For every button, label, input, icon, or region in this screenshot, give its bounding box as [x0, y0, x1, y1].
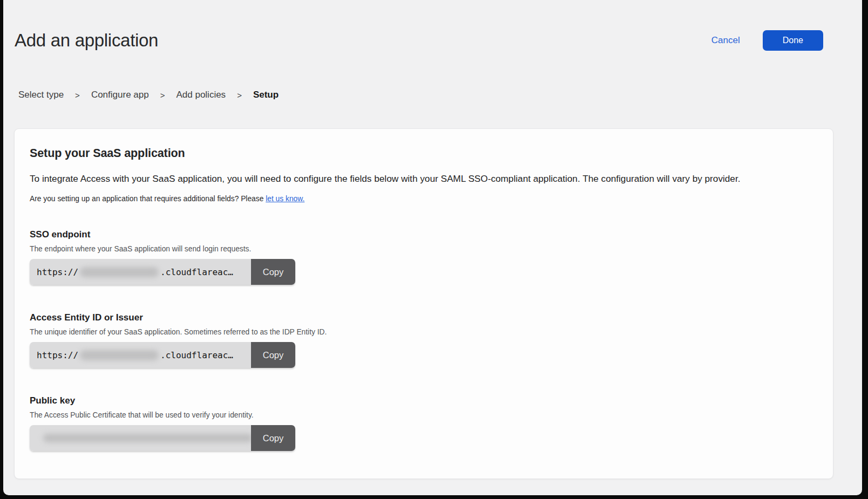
header-actions: Cancel Done: [711, 30, 823, 51]
public-key-copy-button[interactable]: Copy: [251, 425, 295, 451]
breadcrumb-step-select-type[interactable]: Select type: [18, 90, 64, 100]
app-viewport: Add an application Cancel Done Select ty…: [3, 0, 862, 495]
breadcrumb-step-setup: Setup: [253, 90, 279, 100]
sso-endpoint-field: https://.cloudflareac… Copy: [30, 259, 295, 285]
url-suffix: .cloudflareac…: [160, 267, 233, 277]
section-public-key: Public key The Access Public Certificate…: [30, 395, 818, 451]
done-button[interactable]: Done: [763, 30, 823, 51]
cancel-button[interactable]: Cancel: [711, 35, 740, 46]
access-entity-id-value: https://.cloudflareac…: [30, 342, 251, 368]
sso-endpoint-value: https://.cloudflareac…: [30, 259, 251, 285]
redacted-text: [43, 434, 251, 442]
url-suffix: .cloudflareac…: [160, 350, 233, 360]
card-title: Setup your SaaS application: [30, 147, 818, 160]
section-title: Access Entity ID or Issuer: [30, 312, 818, 323]
url-prefix: https://: [37, 350, 78, 360]
card-intro-text: To integrate Access with your SaaS appli…: [30, 173, 818, 184]
breadcrumb-separator: >: [237, 91, 242, 100]
redacted-text: [80, 350, 159, 360]
breadcrumb-step-configure-app[interactable]: Configure app: [91, 90, 149, 100]
public-key-field: Copy: [30, 425, 295, 451]
url-prefix: https://: [37, 267, 78, 277]
section-title: SSO endpoint: [30, 229, 818, 240]
access-entity-id-field: https://.cloudflareac… Copy: [30, 342, 295, 368]
sso-endpoint-copy-button[interactable]: Copy: [251, 259, 295, 285]
breadcrumb-step-add-policies[interactable]: Add policies: [176, 90, 226, 100]
section-sso-endpoint: SSO endpoint The endpoint where your Saa…: [30, 229, 818, 285]
section-title: Public key: [30, 395, 818, 406]
page-header: Add an application Cancel Done: [15, 30, 823, 51]
public-key-value: [30, 425, 251, 451]
breadcrumb: Select type > Configure app > Add polici…: [18, 90, 279, 100]
section-access-entity-id: Access Entity ID or Issuer The unique id…: [30, 312, 818, 368]
redacted-text: [80, 267, 159, 277]
section-description: The unique identifier of your SaaS appli…: [30, 328, 818, 336]
card-note: Are you setting up an application that r…: [30, 195, 818, 203]
breadcrumb-separator: >: [75, 91, 80, 100]
section-description: The endpoint where your SaaS application…: [30, 245, 818, 253]
setup-card: Setup your SaaS application To integrate…: [14, 128, 833, 479]
section-description: The Access Public Certificate that will …: [30, 411, 818, 419]
page-title: Add an application: [15, 30, 158, 51]
breadcrumb-separator: >: [160, 91, 165, 100]
let-us-know-link[interactable]: let us know.: [266, 195, 304, 203]
access-entity-id-copy-button[interactable]: Copy: [251, 342, 295, 368]
card-note-text: Are you setting up an application that r…: [30, 195, 263, 203]
